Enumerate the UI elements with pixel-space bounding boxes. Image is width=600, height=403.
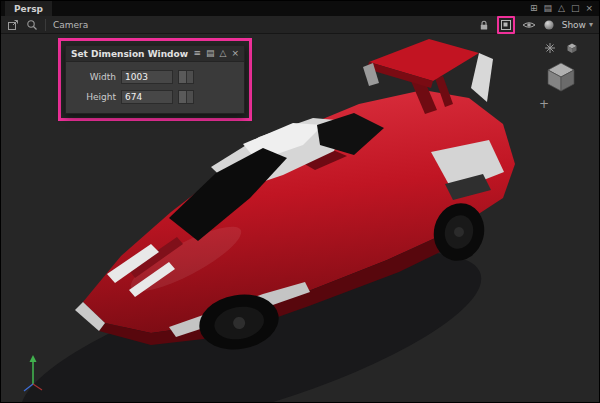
- show-label: Show: [562, 20, 586, 30]
- toolbar-separator: [45, 19, 46, 31]
- layout-icon[interactable]: ▤: [544, 4, 553, 13]
- axis-gizmo: [13, 350, 53, 398]
- width-label: Width: [72, 72, 116, 82]
- toolbar-right-group: Show ▾: [478, 16, 593, 34]
- width-field-row: Width: [72, 70, 234, 84]
- annotation-highlight-box: Set Dimension Window ≡ ▤ △ × Width: [58, 38, 252, 121]
- wing-endplate: [471, 53, 493, 102]
- flare-icon[interactable]: [544, 42, 556, 54]
- camera-selector[interactable]: Camera: [53, 20, 88, 30]
- maximize-icon[interactable]: □: [571, 4, 580, 13]
- chevron-down-icon: ▾: [589, 20, 593, 29]
- titlebar: Persp ⊞ ▤ △ □ ×: [1, 1, 599, 16]
- magnifier-icon[interactable]: [26, 19, 38, 31]
- menu-icon[interactable]: ≡: [193, 49, 201, 58]
- material-sphere-icon[interactable]: [543, 19, 555, 31]
- collapse-icon[interactable]: △: [220, 49, 227, 58]
- viewport-tab-persp[interactable]: Persp: [5, 1, 52, 16]
- viewport-toolbar: Camera Show ▾: [1, 16, 599, 34]
- view-cube[interactable]: [543, 58, 579, 94]
- lock-icon[interactable]: [478, 19, 490, 31]
- z-axis-blue: [24, 384, 33, 391]
- close-icon[interactable]: ×: [585, 4, 593, 13]
- panel-title: Set Dimension Window: [71, 49, 193, 59]
- x-axis-red: [33, 384, 42, 390]
- dimension-panel-body: Width Height: [66, 62, 244, 113]
- width-input[interactable]: [121, 70, 173, 84]
- render-region-icon[interactable]: [497, 16, 515, 34]
- add-icon[interactable]: +: [539, 98, 549, 110]
- panel-header-icons: ≡ ▤ △ ×: [193, 49, 239, 58]
- frame-icon[interactable]: [7, 19, 19, 31]
- panel-close-icon[interactable]: ×: [231, 49, 239, 58]
- rear-wing: [369, 39, 479, 81]
- mini-cube-icon[interactable]: [566, 42, 578, 54]
- titlebar-controls: ⊞ ▤ △ □ ×: [530, 4, 595, 13]
- viewport-canvas[interactable]: + Set Dimension Window ≡ ▤ △ ×: [1, 34, 599, 402]
- height-input[interactable]: [121, 90, 173, 104]
- dimension-panel-header[interactable]: Set Dimension Window ≡ ▤ △ ×: [66, 46, 244, 62]
- viewport-nav-cluster: +: [535, 42, 587, 110]
- show-dropdown[interactable]: Show ▾: [562, 20, 593, 30]
- height-field-row: Height: [72, 90, 234, 104]
- tab-label: Persp: [14, 4, 43, 14]
- list-icon[interactable]: ▤: [206, 49, 215, 58]
- height-mini-slider[interactable]: [178, 90, 194, 104]
- grid-icon[interactable]: ⊞: [530, 4, 538, 13]
- eye-icon[interactable]: [522, 20, 536, 30]
- height-label: Height: [72, 92, 116, 102]
- nav-top-row: [544, 42, 578, 54]
- viewport-window: Persp ⊞ ▤ △ □ × Camera: [0, 0, 600, 403]
- width-mini-slider[interactable]: [178, 70, 194, 84]
- dimension-panel: Set Dimension Window ≡ ▤ △ × Width: [65, 45, 245, 114]
- detach-icon[interactable]: △: [558, 4, 565, 13]
